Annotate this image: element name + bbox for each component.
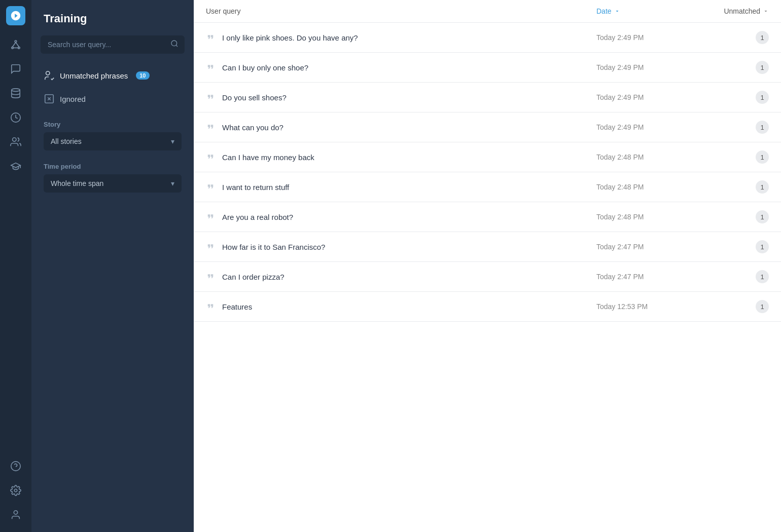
sidebar-item-network[interactable] xyxy=(5,33,27,56)
search-icon xyxy=(170,40,179,50)
table-row[interactable]: I only like pink shoes. Do you have any?… xyxy=(194,23,781,53)
quote-icon xyxy=(206,32,215,43)
quote-icon xyxy=(206,122,215,133)
unmatched-phrases-icon xyxy=(44,70,55,81)
network-icon xyxy=(10,39,21,50)
table-row[interactable]: Can I have my money back Today 2:48 PM 1 xyxy=(194,142,781,172)
count-badge: 1 xyxy=(756,121,769,134)
table-header: User query Date Unmatched xyxy=(194,0,781,23)
search-input[interactable] xyxy=(41,35,185,54)
quote-icon xyxy=(206,212,215,222)
svg-line-3 xyxy=(13,42,16,47)
sidebar-item-avatar[interactable] xyxy=(5,504,27,526)
col-header-unmatched[interactable]: Unmatched xyxy=(708,7,769,15)
query-text: I only like pink shoes. Do you have any? xyxy=(222,33,358,42)
row-query-cell: Can I buy only one shoe? xyxy=(206,62,596,73)
svg-point-13 xyxy=(171,41,177,46)
table-row[interactable]: How far is it to San Francisco? Today 2:… xyxy=(194,232,781,262)
table-row[interactable]: Can I buy only one shoe? Today 2:49 PM 1 xyxy=(194,53,781,83)
count-badge: 1 xyxy=(756,31,769,44)
row-query-cell: How far is it to San Francisco? xyxy=(206,242,596,252)
sidebar-item-settings[interactable] xyxy=(5,479,27,502)
table-row[interactable]: I want to return stuff Today 2:48 PM 1 xyxy=(194,172,781,202)
nav-item-ignored[interactable]: Ignored xyxy=(31,87,194,110)
row-count: 1 xyxy=(708,180,769,194)
svg-point-6 xyxy=(12,89,20,92)
sidebar-item-chat[interactable] xyxy=(5,58,27,80)
chat-icon xyxy=(10,63,21,74)
table-row[interactable]: What can you do? Today 2:49 PM 1 xyxy=(194,112,781,142)
sidebar-item-history[interactable] xyxy=(5,106,27,129)
sidebar-item-training[interactable] xyxy=(5,155,27,177)
row-query-cell: Can I order pizza? xyxy=(206,272,596,282)
ignored-icon xyxy=(44,93,55,104)
nav-item-unmatched[interactable]: Unmatched phrases 10 xyxy=(31,64,194,87)
icon-bar-bottom xyxy=(5,455,27,526)
quote-icon xyxy=(206,92,215,103)
nav-item-unmatched-label: Unmatched phrases xyxy=(60,71,128,80)
svg-point-15 xyxy=(46,71,50,75)
time-period-dropdown-value: Whole time span xyxy=(51,179,103,187)
time-period-dropdown[interactable]: Whole time span ▾ xyxy=(44,174,182,193)
logo-icon xyxy=(10,10,21,21)
quote-icon xyxy=(206,62,215,73)
graduation-icon xyxy=(10,161,21,172)
row-date: Today 12:53 PM xyxy=(596,302,708,311)
row-count: 1 xyxy=(708,210,769,223)
query-table: User query Date Unmatched I only like pi… xyxy=(194,0,781,532)
row-query-cell: Can I have my money back xyxy=(206,152,596,163)
chevron-down-icon: ▾ xyxy=(171,137,174,145)
row-date: Today 2:48 PM xyxy=(596,183,708,191)
time-period-section: Time period Whole time span ▾ xyxy=(31,153,194,195)
query-text: Can I have my money back xyxy=(222,153,314,162)
table-row[interactable]: Can I order pizza? Today 2:47 PM 1 xyxy=(194,262,781,292)
row-count: 1 xyxy=(708,270,769,283)
row-date: Today 2:47 PM xyxy=(596,273,708,281)
query-text: Features xyxy=(222,302,252,311)
search-box xyxy=(41,35,185,54)
sidebar-item-help[interactable] xyxy=(5,455,27,477)
time-period-label: Time period xyxy=(44,163,182,170)
row-count: 1 xyxy=(708,91,769,104)
query-text: What can you do? xyxy=(222,123,283,132)
users-icon xyxy=(10,136,21,147)
table-row[interactable]: Are you a real robot? Today 2:48 PM 1 xyxy=(194,202,781,232)
sidebar: Training Unmatched phrases 10 Ignored St… xyxy=(31,0,194,532)
story-dropdown[interactable]: All stories ▾ xyxy=(44,132,182,150)
query-text: Can I order pizza? xyxy=(222,273,285,281)
nav-item-ignored-label: Ignored xyxy=(60,95,86,103)
row-query-cell: Are you a real robot? xyxy=(206,212,596,222)
story-dropdown-value: All stories xyxy=(51,137,82,145)
svg-point-11 xyxy=(14,489,17,492)
avatar-icon xyxy=(10,509,21,520)
row-count: 1 xyxy=(708,300,769,313)
row-count: 1 xyxy=(708,121,769,134)
row-date: Today 2:47 PM xyxy=(596,243,708,251)
count-badge: 1 xyxy=(756,91,769,104)
count-badge: 1 xyxy=(756,210,769,223)
sidebar-item-users[interactable] xyxy=(5,131,27,153)
table-row[interactable]: Do you sell shoes? Today 2:49 PM 1 xyxy=(194,83,781,112)
unmatched-badge: 10 xyxy=(136,71,149,80)
table-row[interactable]: Features Today 12:53 PM 1 xyxy=(194,292,781,322)
row-query-cell: I only like pink shoes. Do you have any? xyxy=(206,32,596,43)
main-content: User query Date Unmatched I only like pi… xyxy=(194,0,781,532)
col-header-date[interactable]: Date xyxy=(596,7,708,15)
query-text: Do you sell shoes? xyxy=(222,93,287,102)
count-badge: 1 xyxy=(756,150,769,164)
sort-unmatched-icon xyxy=(763,8,769,14)
clock-icon xyxy=(10,112,21,123)
row-date: Today 2:49 PM xyxy=(596,93,708,101)
row-date: Today 2:49 PM xyxy=(596,63,708,71)
quote-icon xyxy=(206,182,215,193)
count-badge: 1 xyxy=(756,180,769,194)
sidebar-item-database[interactable] xyxy=(5,82,27,104)
col-header-query: User query xyxy=(206,7,596,15)
count-badge: 1 xyxy=(756,270,769,283)
svg-point-8 xyxy=(13,138,16,141)
story-section: Story All stories ▾ xyxy=(31,110,194,153)
row-count: 1 xyxy=(708,61,769,74)
row-query-cell: What can you do? xyxy=(206,122,596,133)
query-text: Are you a real robot? xyxy=(222,213,293,221)
app-logo[interactable] xyxy=(6,6,25,25)
